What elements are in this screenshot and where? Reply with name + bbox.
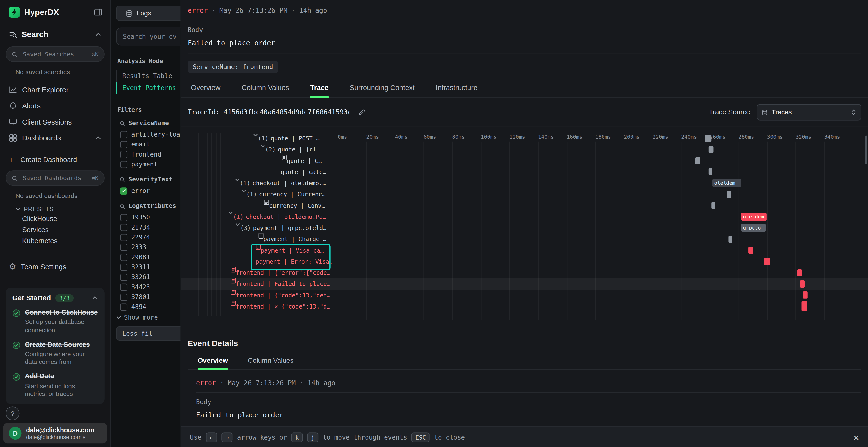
checkbox[interactable] — [120, 151, 127, 158]
edit-icon[interactable] — [358, 109, 366, 116]
span-duration-bar[interactable] — [695, 157, 701, 164]
chevron-up-icon[interactable] — [92, 295, 98, 301]
tab-infrastructure[interactable]: Infrastructure — [436, 78, 477, 97]
tab-trace[interactable]: Trace — [310, 78, 329, 97]
saved-searches-input[interactable]: ⌘K — [5, 46, 105, 62]
trace-span-row[interactable]: payment | Charge … — [188, 233, 332, 244]
filter-option[interactable]: 37801 — [116, 292, 180, 302]
saved-dashboards-input[interactable]: ⌘K — [5, 170, 105, 186]
get-started-item[interactable]: Connect to ClickHouseSet up your databas… — [12, 309, 98, 334]
checkbox[interactable] — [120, 253, 127, 261]
span-duration-bar[interactable] — [708, 146, 713, 153]
get-started-item[interactable]: Add DataStart sending logs, metrics, or … — [12, 372, 98, 398]
checkbox[interactable] — [120, 294, 127, 301]
trace-source-select[interactable]: Traces — [757, 104, 862, 121]
trace-span-row[interactable]: payment | Error: Visa… — [188, 256, 332, 267]
preset-item-services[interactable]: Services — [0, 225, 110, 236]
filter-option[interactable]: 4894 — [116, 302, 180, 312]
span-duration-bar[interactable] — [748, 247, 753, 254]
filter-option[interactable]: 29081 — [116, 252, 180, 262]
span-duration-bar[interactable] — [801, 301, 807, 312]
esc-key[interactable]: ESC — [411, 432, 430, 443]
sidebar-item-client-sessions[interactable]: Client Sessions — [0, 114, 110, 130]
preset-item-clickhouse[interactable]: ClickHouse — [0, 213, 110, 225]
filter-option[interactable]: artillery-loa — [116, 129, 180, 139]
trace-span-row[interactable]: (3)payment | grpc.oteld… — [188, 222, 332, 233]
checkbox[interactable] — [120, 243, 127, 251]
team-settings-button[interactable]: ⚙ Team Settings — [0, 259, 110, 274]
checkbox[interactable] — [120, 234, 127, 241]
checkbox[interactable] — [120, 224, 127, 231]
trace-span-row[interactable]: (2)quote | {cl… — [188, 144, 332, 155]
span-duration-bar[interactable]: oteldem — [741, 213, 767, 220]
span-duration-bar[interactable] — [711, 202, 716, 209]
user-menu[interactable]: D dale@clickhouse.com dale@clickhouse.co… — [3, 423, 107, 443]
tab-column-values[interactable]: Column Values — [248, 352, 293, 370]
checkbox[interactable] — [120, 273, 127, 281]
trace-span-row[interactable]: payment | Visa ca… — [188, 245, 332, 256]
close-icon[interactable]: × — [854, 433, 859, 442]
show-more-button[interactable]: Show more — [116, 314, 180, 321]
span-duration-bar[interactable] — [727, 191, 731, 198]
span-duration-bar[interactable]: oteldem — [712, 179, 741, 187]
right-arrow-key[interactable]: → — [222, 432, 233, 443]
sidebar-item-chart-explorer[interactable]: Chart Explorer — [0, 82, 110, 98]
tab-surrounding-context[interactable]: Surrounding Context — [350, 78, 415, 97]
filter-option[interactable]: 32311 — [116, 262, 180, 272]
filter-option[interactable]: 22974 — [116, 232, 180, 242]
saved-dashboards-field[interactable] — [22, 174, 92, 182]
trace-span-row[interactable]: frontend | {"error":{"code… — [188, 267, 332, 278]
filter-group-header[interactable]: LogAttributes — [116, 202, 180, 209]
filter-option[interactable]: frontend — [116, 149, 180, 159]
span-duration-bar[interactable] — [800, 280, 805, 287]
span-duration-bar[interactable] — [797, 269, 802, 276]
checkbox[interactable] — [120, 141, 127, 148]
span-duration-bar[interactable] — [708, 168, 713, 176]
k-key[interactable]: k — [291, 432, 303, 443]
j-key[interactable]: j — [307, 432, 318, 443]
checkbox[interactable] — [120, 131, 127, 138]
filter-option[interactable]: email — [116, 139, 180, 149]
trace-span-row[interactable]: quote | C… — [188, 155, 332, 166]
span-duration-bar[interactable] — [764, 258, 770, 265]
tree-scrollbar[interactable] — [865, 136, 867, 164]
checkbox[interactable] — [120, 283, 127, 291]
filter-option[interactable]: error — [116, 186, 180, 196]
span-duration-bar[interactable] — [706, 135, 711, 142]
trace-span-row[interactable]: (1)checkout | oteldemo.… — [188, 177, 332, 188]
filter-option[interactable]: payment — [116, 159, 180, 169]
filter-group-header[interactable]: SeverityText — [116, 176, 180, 183]
trace-span-row[interactable]: quote | calc… — [188, 166, 332, 177]
span-duration-bar[interactable]: grpc.o — [741, 224, 766, 232]
sidebar-item-alerts[interactable]: Alerts — [0, 98, 110, 114]
source-selector-button[interactable]: Logs — [116, 5, 180, 21]
get-started-item[interactable]: Create Data SourcesConfigure where your … — [12, 340, 98, 366]
sidebar-collapse-icon[interactable] — [94, 8, 102, 16]
less-filters-button[interactable]: Less fil — [116, 326, 180, 341]
preset-item-kubernetes[interactable]: Kubernetes — [0, 236, 110, 247]
analysis-mode-event-patterns[interactable]: Event Patterns — [116, 82, 180, 94]
checkbox[interactable] — [120, 264, 127, 271]
trace-span-row[interactable]: frontend | {"code":13,"det… — [188, 289, 332, 301]
saved-searches-field[interactable] — [22, 50, 92, 58]
filter-group-header[interactable]: ServiceName — [116, 119, 180, 127]
trace-span-row[interactable]: frontend | × {"code":13,"d… — [188, 301, 332, 312]
create-dashboard-button[interactable]: + Create Dashboard — [0, 153, 110, 166]
checkbox[interactable] — [120, 187, 127, 194]
trace-span-row[interactable]: currency | Conv… — [188, 200, 332, 211]
event-search-input[interactable] — [116, 28, 180, 45]
filter-option[interactable]: 2333 — [116, 242, 180, 252]
help-button[interactable]: ? — [5, 407, 19, 420]
trace-span-row[interactable]: (1)checkout | oteldemo.Pa… — [188, 211, 332, 222]
span-duration-bar[interactable] — [728, 235, 733, 243]
checkbox[interactable] — [120, 214, 127, 221]
trace-span-row[interactable]: (1)currency | Currenc… — [188, 188, 332, 200]
tab-overview[interactable]: Overview — [198, 352, 228, 370]
span-duration-bar[interactable] — [803, 291, 808, 299]
trace-span-row[interactable]: (1)quote | POST … — [188, 133, 332, 144]
trace-span-row[interactable]: frontend | Failed to place… — [188, 278, 332, 289]
presets-toggle[interactable]: PRESETS — [16, 206, 110, 212]
service-name-tag[interactable]: ServiceName: frontend — [188, 61, 278, 73]
analysis-mode-results-table[interactable]: Results Table — [116, 70, 180, 82]
tab-overview[interactable]: Overview — [191, 78, 220, 97]
